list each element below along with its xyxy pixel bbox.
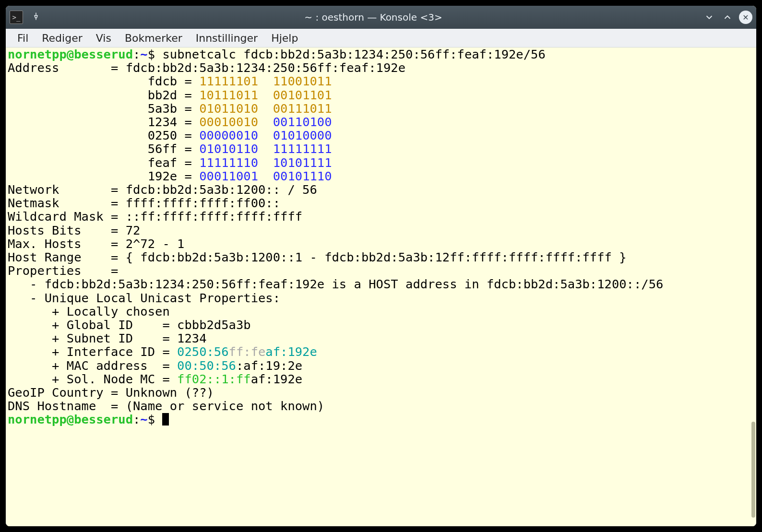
bin-7b: 00101110 <box>273 169 332 183</box>
pin-icon[interactable] <box>32 12 40 23</box>
prompt2-symbol: $ <box>148 412 155 426</box>
bin-5a: 01010110 <box>199 142 258 156</box>
prompt-path: ~ <box>140 47 147 61</box>
minimize-icon[interactable] <box>702 11 716 24</box>
field-dns: DNS Hostname = (Name or service not know… <box>8 399 324 413</box>
prop-locally-chosen: + Locally chosen <box>8 304 170 319</box>
bin-6b: 10101111 <box>273 155 332 170</box>
sol-p1: ff02::1:ff <box>177 372 251 386</box>
hex-2: 5a3b <box>148 101 177 116</box>
iface-p1: 0250:56 <box>177 344 228 359</box>
bin-2b: 00111011 <box>273 101 332 116</box>
bin-4a: 00000010 <box>199 128 258 142</box>
menu-rediger[interactable]: Rediger <box>35 30 89 46</box>
bin-4b: 01010000 <box>273 128 332 142</box>
prompt2-user-host: nornetpp@besserud <box>8 412 133 426</box>
scrollbar[interactable] <box>751 422 755 518</box>
prop-host-address: - fdcb:bb2d:5a3b:1234:250:56ff:feaf:192e… <box>8 277 663 291</box>
prop-ulu-header: - Unique Local Unicast Properties: <box>8 291 280 305</box>
sol-p2: af:192e <box>251 372 302 386</box>
cursor <box>162 413 169 426</box>
prompt2-path: ~ <box>140 412 147 426</box>
field-properties: Properties = <box>8 263 118 278</box>
menu-vis[interactable]: Vis <box>89 30 118 46</box>
field-hostbits: Hosts Bits = 72 <box>8 223 140 237</box>
hex-4: 0250 <box>148 128 177 142</box>
bin-2a: 01011010 <box>199 101 258 116</box>
hex-1: bb2d <box>148 88 177 102</box>
prompt-symbol: $ <box>148 47 155 61</box>
field-netmask: Netmask = ffff:ffff:ffff:ff00:: <box>8 196 280 210</box>
bin-7a: 00011001 <box>199 169 258 183</box>
prompt2-sep: : <box>133 412 140 426</box>
field-network: Network = fdcb:bb2d:5a3b:1200:: / 56 <box>8 182 317 197</box>
konsole-window: >_ ~ : oesthorn — Konsole <3> ✕ Fil Redi… <box>6 6 756 526</box>
iface-p3: af:192e <box>265 344 317 359</box>
menu-fil[interactable]: Fil <box>11 30 35 46</box>
bin-5b: 11111111 <box>273 142 332 156</box>
hex-7: 192e <box>148 169 177 183</box>
bin-3a: 00010010 <box>199 115 258 129</box>
command-text: subnetcalc fdcb:bb2d:5a3b:1234:250:56ff:… <box>162 47 545 61</box>
hex-5: 56ff <box>148 142 177 156</box>
field-maxhosts: Max. Hosts = 2^72 - 1 <box>8 236 184 251</box>
maximize-icon[interactable] <box>721 11 734 24</box>
terminal-app-icon: >_ <box>10 11 23 24</box>
hex-0: fdcb <box>148 74 177 88</box>
prop-subnet-id: + Subnet ID = 1234 <box>8 331 207 345</box>
menu-bokmerker[interactable]: Bokmerker <box>118 30 189 46</box>
field-geoip: GeoIP Country = Unknown (??) <box>8 385 214 400</box>
mac-p2: :af:19:2e <box>236 358 302 373</box>
field-hostrange: Host Range = { fdcb:bb2d:5a3b:1200::1 - … <box>8 250 627 264</box>
terminal-viewport[interactable]: nornetpp@besserud:~$ subnetcalc fdcb:bb2… <box>6 47 756 526</box>
menu-innstillinger[interactable]: Innstillinger <box>189 30 264 46</box>
prompt-sep: : <box>133 47 140 61</box>
close-icon[interactable]: ✕ <box>739 11 752 24</box>
address-value: fdcb:bb2d:5a3b:1234:250:56ff:feaf:192e <box>126 60 405 75</box>
address-label: Address = <box>8 60 126 75</box>
menu-hjelp[interactable]: Hjelp <box>264 30 305 46</box>
prop-global-id: + Global ID = cbbb2d5a3b <box>8 318 251 332</box>
mac-p1: 00:50:56 <box>177 358 236 373</box>
prop-iface-prefix: + Interface ID = <box>8 344 177 359</box>
hex-6: feaf <box>148 155 177 170</box>
prop-mac-prefix: + MAC address = <box>8 358 177 373</box>
titlebar[interactable]: >_ ~ : oesthorn — Konsole <3> ✕ <box>6 6 756 29</box>
prop-sol-prefix: + Sol. Node MC = <box>8 372 177 386</box>
window-title: ~ : oesthorn — Konsole <3> <box>49 12 698 23</box>
field-wildcard: Wildcard Mask = ::ff:ffff:ffff:ffff:ffff <box>8 209 302 224</box>
bin-0a: 11111101 <box>199 74 258 88</box>
hex-3: 1234 <box>148 115 177 129</box>
bin-3b: 00110100 <box>273 115 332 129</box>
bin-1a: 10111011 <box>199 88 258 102</box>
menubar: Fil Rediger Vis Bokmerker Innstillinger … <box>6 29 756 47</box>
iface-p2: ff:fe <box>229 344 266 359</box>
prompt-user-host: nornetpp@besserud <box>8 47 133 61</box>
bin-6a: 11111110 <box>199 155 258 170</box>
bin-0b: 11001011 <box>273 74 332 88</box>
bin-1b: 00101101 <box>273 88 332 102</box>
